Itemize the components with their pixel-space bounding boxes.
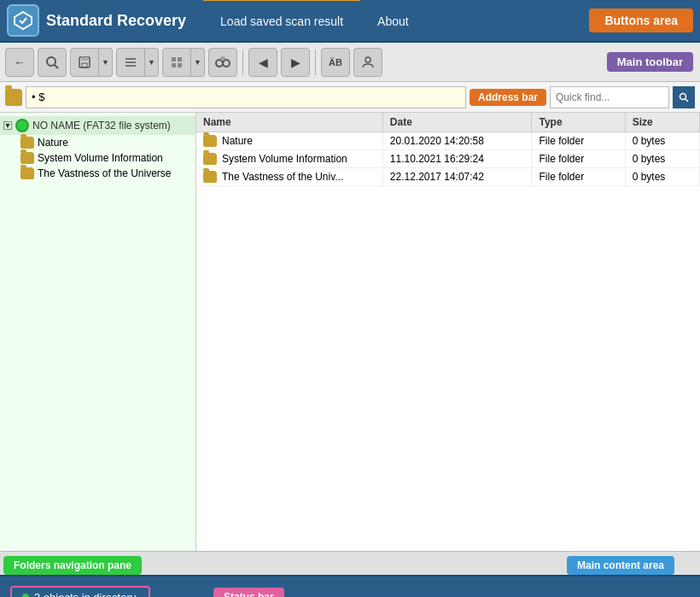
app-title: Standard Recovery	[46, 12, 186, 30]
save-button[interactable]	[70, 48, 99, 77]
file-size-cell: 0 bytes	[625, 150, 699, 168]
quick-find-search-button[interactable]	[673, 86, 695, 108]
file-size-cell: 0 bytes	[625, 168, 699, 186]
file-date-cell: 20.01.2020 14:20:58	[382, 132, 532, 150]
back-button[interactable]: ←	[5, 48, 34, 77]
status-text: 3 objects in directory.	[34, 591, 138, 598]
folder-icon-sysvolinfo	[20, 152, 34, 164]
app-logo	[7, 4, 39, 37]
svg-point-18	[680, 93, 686, 99]
table-header-row: Name Date Type Size	[196, 113, 700, 132]
svg-rect-12	[178, 63, 182, 67]
toolbar-separator-1	[242, 50, 243, 75]
search-button[interactable]	[38, 48, 67, 77]
svg-rect-9	[172, 57, 176, 61]
right-pane: Quick search Name Date Type Size Nature …	[196, 113, 700, 551]
folder-icon-vastness	[20, 167, 34, 179]
file-name-cell[interactable]: Nature	[196, 132, 382, 150]
next-button[interactable]: ▶	[281, 48, 310, 77]
file-type-cell: File folder	[532, 168, 625, 186]
nav-menu: Load saved scan result About	[203, 0, 589, 42]
expand-icon[interactable]: ▼	[3, 121, 12, 130]
main-area: ▼ NO NAME (FAT32 file system) Nature Sys…	[0, 113, 700, 551]
buttons-area-badge[interactable]: Buttons area	[589, 9, 693, 32]
file-name-cell[interactable]: The Vastness of the Univ...	[196, 168, 382, 186]
view-button-group[interactable]: ▼	[162, 48, 205, 77]
file-size-cell: 0 bytes	[625, 132, 699, 150]
svg-point-17	[365, 57, 370, 62]
save-button-group[interactable]: ▼	[70, 48, 113, 77]
tree-item-nature[interactable]: Nature	[17, 135, 195, 150]
folder-icon-nature	[20, 137, 34, 149]
title-bar: Standard Recovery Load saved scan result…	[0, 0, 700, 43]
svg-line-2	[55, 65, 58, 68]
tree-children: Nature System Volume Information The Vas…	[0, 135, 195, 181]
tree-item-sysvolinfo[interactable]: System Volume Information	[17, 150, 195, 166]
address-bar-input[interactable]: • $	[26, 86, 466, 108]
left-pane: ▼ NO NAME (FAT32 file system) Nature Sys…	[0, 113, 196, 551]
table-row[interactable]: The Vastness of the Univ... 22.12.2017 1…	[196, 168, 700, 186]
tree-item-sysvolinfo-label: System Volume Information	[38, 152, 163, 164]
svg-rect-4	[81, 57, 88, 61]
address-bar-badge: Address bar	[470, 89, 546, 106]
nav-about[interactable]: About	[360, 0, 426, 42]
svg-rect-16	[221, 57, 225, 61]
file-name-cell[interactable]: System Volume Information	[196, 150, 382, 168]
list-button[interactable]	[116, 48, 145, 77]
list-button-group[interactable]: ▼	[116, 48, 159, 77]
list-dropdown[interactable]: ▼	[145, 48, 159, 77]
font-button[interactable]: ÄB	[321, 48, 350, 77]
col-name[interactable]: Name	[196, 113, 382, 132]
tree-root-item[interactable]: ▼ NO NAME (FAT32 file system)	[0, 116, 195, 135]
file-table-body: Nature 20.01.2020 14:20:58File folder0 b…	[196, 132, 700, 186]
address-folder-icon	[5, 89, 22, 106]
nav-load-saved[interactable]: Load saved scan result	[203, 0, 360, 42]
tree-item-vastness-label: The Vastness of the Universe	[38, 167, 172, 179]
prev-button[interactable]: ◀	[248, 48, 277, 77]
file-date-cell: 22.12.2017 14:07:42	[382, 168, 532, 186]
binoculars-button[interactable]	[208, 48, 237, 77]
save-dropdown[interactable]: ▼	[99, 48, 113, 77]
col-type[interactable]: Type	[532, 113, 625, 132]
view-button[interactable]	[162, 48, 191, 77]
table-row[interactable]: System Volume Information 11.10.2021 16:…	[196, 150, 700, 168]
tree-item-nature-label: Nature	[38, 137, 68, 149]
col-date[interactable]: Date	[382, 113, 532, 132]
status-bar: 3 objects in directory. Status bar	[0, 575, 700, 597]
tree-item-vastness[interactable]: The Vastness of the Universe	[17, 166, 195, 181]
toolbar-separator-2	[315, 50, 316, 75]
person-button[interactable]	[353, 48, 382, 77]
file-type-cell: File folder	[532, 132, 625, 150]
table-row[interactable]: Nature 20.01.2020 14:20:58File folder0 b…	[196, 132, 700, 150]
svg-rect-10	[178, 57, 182, 61]
file-date-cell: 11.10.2021 16:29:24	[382, 150, 532, 168]
status-text-box: 3 objects in directory.	[10, 586, 150, 598]
folders-nav-pane-badge: Folders navigation pane	[3, 556, 142, 575]
main-toolbar-badge: Main toolbar	[607, 52, 693, 72]
quick-find-input[interactable]	[550, 86, 669, 108]
status-dot	[22, 594, 29, 597]
file-type-cell: File folder	[532, 150, 625, 168]
view-dropdown[interactable]: ▼	[191, 48, 205, 77]
svg-marker-0	[15, 12, 32, 29]
main-toolbar: ← ▼ ▼ ▼ ◀ ▶ ÄB Main toolbar	[0, 43, 700, 82]
col-size[interactable]: Size	[625, 113, 699, 132]
file-table: Name Date Type Size Nature 20.01.2020 14…	[196, 113, 700, 186]
badges-row: Folders navigation pane Main content are…	[0, 551, 700, 575]
main-content-area-badge: Main content area	[567, 556, 674, 575]
root-node-label: NO NAME (FAT32 file system)	[32, 120, 171, 132]
address-bar-row: • $ Address bar	[0, 82, 700, 113]
svg-rect-11	[172, 63, 176, 67]
disk-icon	[15, 119, 29, 132]
svg-line-19	[685, 99, 688, 102]
address-bar-value: • $	[32, 91, 44, 103]
svg-point-1	[47, 57, 55, 66]
status-bar-badge: Status bar	[213, 588, 284, 597]
